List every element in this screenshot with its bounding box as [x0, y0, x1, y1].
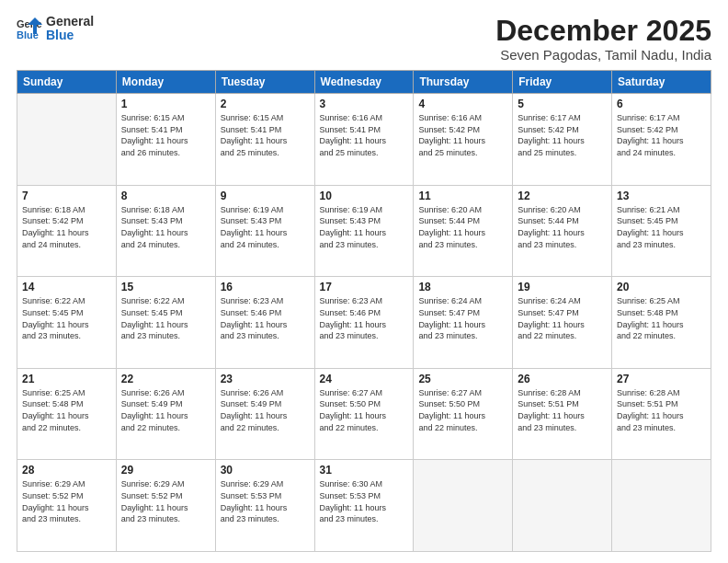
day-info: Sunrise: 6:26 AM Sunset: 5:49 PM Dayligh…: [121, 387, 210, 433]
day-number: 6: [617, 98, 706, 110]
calendar-header-row: SundayMondayTuesdayWednesdayThursdayFrid…: [17, 71, 711, 94]
calendar-week-2: 7Sunrise: 6:18 AM Sunset: 5:42 PM Daylig…: [17, 185, 711, 277]
day-number: 1: [121, 98, 210, 110]
day-info: Sunrise: 6:19 AM Sunset: 5:43 PM Dayligh…: [320, 204, 409, 250]
day-number: 25: [418, 373, 507, 385]
day-number: 12: [518, 190, 607, 202]
day-number: 27: [617, 373, 706, 385]
calendar-cell: [414, 460, 513, 552]
day-info: Sunrise: 6:28 AM Sunset: 5:51 PM Dayligh…: [518, 387, 607, 433]
page: General Blue General Blue December 2025 …: [0, 0, 728, 563]
day-header-saturday: Saturday: [612, 71, 711, 94]
calendar-cell: 22Sunrise: 6:26 AM Sunset: 5:49 PM Dayli…: [116, 368, 215, 460]
calendar-cell: 24Sunrise: 6:27 AM Sunset: 5:50 PM Dayli…: [314, 368, 414, 460]
day-info: Sunrise: 6:18 AM Sunset: 5:42 PM Dayligh…: [22, 204, 111, 250]
day-number: 22: [121, 373, 210, 385]
calendar-cell: [612, 460, 711, 552]
day-number: 19: [518, 281, 607, 293]
day-info: Sunrise: 6:27 AM Sunset: 5:50 PM Dayligh…: [320, 387, 409, 433]
calendar-cell: 4Sunrise: 6:16 AM Sunset: 5:42 PM Daylig…: [414, 94, 513, 186]
day-number: 7: [22, 190, 111, 202]
day-number: 8: [121, 190, 210, 202]
calendar-cell: 20Sunrise: 6:25 AM Sunset: 5:48 PM Dayli…: [612, 277, 711, 369]
calendar-cell: 5Sunrise: 6:17 AM Sunset: 5:42 PM Daylig…: [513, 94, 612, 186]
day-info: Sunrise: 6:30 AM Sunset: 5:53 PM Dayligh…: [320, 478, 409, 524]
day-info: Sunrise: 6:17 AM Sunset: 5:42 PM Dayligh…: [617, 112, 706, 158]
calendar-cell: 19Sunrise: 6:24 AM Sunset: 5:47 PM Dayli…: [513, 277, 612, 369]
day-info: Sunrise: 6:24 AM Sunset: 5:47 PM Dayligh…: [518, 295, 607, 341]
day-info: Sunrise: 6:27 AM Sunset: 5:50 PM Dayligh…: [418, 387, 507, 433]
day-info: Sunrise: 6:29 AM Sunset: 5:52 PM Dayligh…: [22, 478, 111, 524]
calendar-cell: 30Sunrise: 6:29 AM Sunset: 5:53 PM Dayli…: [215, 460, 314, 552]
logo: General Blue General Blue: [17, 15, 94, 43]
day-header-friday: Friday: [513, 71, 612, 94]
day-info: Sunrise: 6:29 AM Sunset: 5:53 PM Dayligh…: [221, 478, 310, 524]
day-info: Sunrise: 6:17 AM Sunset: 5:42 PM Dayligh…: [518, 112, 607, 158]
calendar-cell: 7Sunrise: 6:18 AM Sunset: 5:42 PM Daylig…: [17, 185, 117, 277]
calendar-cell: 31Sunrise: 6:30 AM Sunset: 5:53 PM Dayli…: [314, 460, 414, 552]
day-header-monday: Monday: [116, 71, 215, 94]
day-info: Sunrise: 6:18 AM Sunset: 5:43 PM Dayligh…: [121, 204, 210, 250]
day-info: Sunrise: 6:20 AM Sunset: 5:44 PM Dayligh…: [518, 204, 607, 250]
calendar-table: SundayMondayTuesdayWednesdayThursdayFrid…: [17, 70, 711, 552]
day-number: 17: [320, 281, 409, 293]
day-info: Sunrise: 6:15 AM Sunset: 5:41 PM Dayligh…: [221, 112, 310, 158]
day-info: Sunrise: 6:23 AM Sunset: 5:46 PM Dayligh…: [221, 295, 310, 341]
day-info: Sunrise: 6:19 AM Sunset: 5:43 PM Dayligh…: [221, 204, 310, 250]
day-info: Sunrise: 6:28 AM Sunset: 5:51 PM Dayligh…: [617, 387, 706, 433]
calendar-cell: 8Sunrise: 6:18 AM Sunset: 5:43 PM Daylig…: [116, 185, 215, 277]
day-info: Sunrise: 6:25 AM Sunset: 5:48 PM Dayligh…: [617, 295, 706, 341]
day-number: 11: [418, 190, 507, 202]
day-info: Sunrise: 6:20 AM Sunset: 5:44 PM Dayligh…: [418, 204, 507, 250]
calendar-cell: 23Sunrise: 6:26 AM Sunset: 5:49 PM Dayli…: [215, 368, 314, 460]
day-number: 20: [617, 281, 706, 293]
day-number: 4: [418, 98, 507, 110]
day-info: Sunrise: 6:24 AM Sunset: 5:47 PM Dayligh…: [418, 295, 507, 341]
day-info: Sunrise: 6:21 AM Sunset: 5:45 PM Dayligh…: [617, 204, 706, 250]
logo-icon: General Blue: [17, 16, 42, 41]
calendar-cell: 11Sunrise: 6:20 AM Sunset: 5:44 PM Dayli…: [414, 185, 513, 277]
day-number: 10: [320, 190, 409, 202]
day-number: 13: [617, 190, 706, 202]
calendar-cell: 10Sunrise: 6:19 AM Sunset: 5:43 PM Dayli…: [314, 185, 414, 277]
calendar-cell: 28Sunrise: 6:29 AM Sunset: 5:52 PM Dayli…: [17, 460, 117, 552]
day-number: 15: [121, 281, 210, 293]
calendar-cell: [513, 460, 612, 552]
day-number: 5: [518, 98, 607, 110]
day-number: 26: [518, 373, 607, 385]
logo-text: General Blue: [46, 15, 94, 43]
day-number: 14: [22, 281, 111, 293]
calendar-cell: 6Sunrise: 6:17 AM Sunset: 5:42 PM Daylig…: [612, 94, 711, 186]
day-info: Sunrise: 6:26 AM Sunset: 5:49 PM Dayligh…: [221, 387, 310, 433]
day-header-sunday: Sunday: [17, 71, 117, 94]
day-number: 30: [221, 464, 310, 477]
calendar-cell: 21Sunrise: 6:25 AM Sunset: 5:48 PM Dayli…: [17, 368, 117, 460]
calendar-cell: 15Sunrise: 6:22 AM Sunset: 5:45 PM Dayli…: [116, 277, 215, 369]
day-number: 21: [22, 373, 111, 385]
calendar-cell: 12Sunrise: 6:20 AM Sunset: 5:44 PM Dayli…: [513, 185, 612, 277]
calendar-cell: 26Sunrise: 6:28 AM Sunset: 5:51 PM Dayli…: [513, 368, 612, 460]
calendar-cell: 14Sunrise: 6:22 AM Sunset: 5:45 PM Dayli…: [17, 277, 117, 369]
day-number: 18: [418, 281, 507, 293]
day-number: 31: [320, 464, 409, 477]
calendar-cell: 27Sunrise: 6:28 AM Sunset: 5:51 PM Dayli…: [612, 368, 711, 460]
day-number: 9: [221, 190, 310, 202]
day-number: 2: [221, 98, 310, 110]
day-info: Sunrise: 6:16 AM Sunset: 5:42 PM Dayligh…: [418, 112, 507, 158]
month-title: December 2025: [495, 15, 711, 47]
calendar-cell: 17Sunrise: 6:23 AM Sunset: 5:46 PM Dayli…: [314, 277, 414, 369]
calendar-cell: 9Sunrise: 6:19 AM Sunset: 5:43 PM Daylig…: [215, 185, 314, 277]
day-header-thursday: Thursday: [414, 71, 513, 94]
calendar-cell: 16Sunrise: 6:23 AM Sunset: 5:46 PM Dayli…: [215, 277, 314, 369]
calendar-week-3: 14Sunrise: 6:22 AM Sunset: 5:45 PM Dayli…: [17, 277, 711, 369]
calendar-cell: 1Sunrise: 6:15 AM Sunset: 5:41 PM Daylig…: [116, 94, 215, 186]
day-info: Sunrise: 6:16 AM Sunset: 5:41 PM Dayligh…: [320, 112, 409, 158]
day-info: Sunrise: 6:22 AM Sunset: 5:45 PM Dayligh…: [22, 295, 111, 341]
day-info: Sunrise: 6:15 AM Sunset: 5:41 PM Dayligh…: [121, 112, 210, 158]
subtitle: Seven Pagodas, Tamil Nadu, India: [495, 47, 711, 63]
day-number: 23: [221, 373, 310, 385]
day-info: Sunrise: 6:29 AM Sunset: 5:52 PM Dayligh…: [121, 478, 210, 524]
calendar-cell: 3Sunrise: 6:16 AM Sunset: 5:41 PM Daylig…: [314, 94, 414, 186]
calendar-cell: 25Sunrise: 6:27 AM Sunset: 5:50 PM Dayli…: [414, 368, 513, 460]
calendar-week-5: 28Sunrise: 6:29 AM Sunset: 5:52 PM Dayli…: [17, 460, 711, 552]
